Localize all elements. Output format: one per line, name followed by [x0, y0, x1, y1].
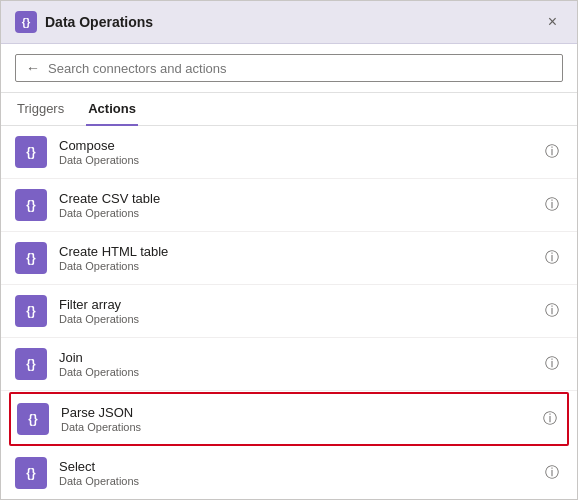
action-text-select: Select Data Operations	[59, 459, 541, 487]
info-icon-compose[interactable]: ⓘ	[541, 141, 563, 163]
action-text-create-csv: Create CSV table Data Operations	[59, 191, 541, 219]
action-text-filter-array: Filter array Data Operations	[59, 297, 541, 325]
action-name-parse-json: Parse JSON	[61, 405, 539, 420]
action-sub-create-csv: Data Operations	[59, 207, 541, 219]
dialog-header: {} Data Operations ×	[1, 1, 577, 44]
action-text-compose: Compose Data Operations	[59, 138, 541, 166]
info-icon-create-html[interactable]: ⓘ	[541, 247, 563, 269]
action-sub-select: Data Operations	[59, 475, 541, 487]
action-item-create-html[interactable]: {} Create HTML table Data Operations ⓘ	[1, 232, 577, 285]
action-name-create-html: Create HTML table	[59, 244, 541, 259]
search-bar: ←	[1, 44, 577, 93]
action-icon-compose: {}	[15, 136, 47, 168]
close-button[interactable]: ×	[542, 12, 563, 32]
dialog-title: Data Operations	[45, 14, 153, 30]
action-sub-parse-json: Data Operations	[61, 421, 539, 433]
tab-triggers[interactable]: Triggers	[15, 93, 66, 126]
action-icon-filter-array: {}	[15, 295, 47, 327]
tab-actions[interactable]: Actions	[86, 93, 138, 126]
action-item-compose[interactable]: {} Compose Data Operations ⓘ	[1, 126, 577, 179]
search-input[interactable]	[48, 61, 552, 76]
action-item-join[interactable]: {} Join Data Operations ⓘ	[1, 338, 577, 391]
header-icon: {}	[15, 11, 37, 33]
info-icon-filter-array[interactable]: ⓘ	[541, 300, 563, 322]
info-icon-parse-json[interactable]: ⓘ	[539, 408, 561, 430]
actions-list: {} Compose Data Operations ⓘ {} Create C…	[1, 126, 577, 499]
action-item-parse-json[interactable]: {} Parse JSON Data Operations ⓘ	[9, 392, 569, 446]
action-icon-join: {}	[15, 348, 47, 380]
action-item-select[interactable]: {} Select Data Operations ⓘ	[1, 447, 577, 499]
back-arrow-icon[interactable]: ←	[26, 60, 40, 76]
action-text-create-html: Create HTML table Data Operations	[59, 244, 541, 272]
action-name-select: Select	[59, 459, 541, 474]
action-name-compose: Compose	[59, 138, 541, 153]
action-text-parse-json: Parse JSON Data Operations	[61, 405, 539, 433]
action-icon-select: {}	[15, 457, 47, 489]
action-name-create-csv: Create CSV table	[59, 191, 541, 206]
info-icon-select[interactable]: ⓘ	[541, 462, 563, 484]
action-icon-create-csv: {}	[15, 189, 47, 221]
info-icon-join[interactable]: ⓘ	[541, 353, 563, 375]
action-text-join: Join Data Operations	[59, 350, 541, 378]
action-item-filter-array[interactable]: {} Filter array Data Operations ⓘ	[1, 285, 577, 338]
info-icon-create-csv[interactable]: ⓘ	[541, 194, 563, 216]
action-sub-filter-array: Data Operations	[59, 313, 541, 325]
action-item-create-csv[interactable]: {} Create CSV table Data Operations ⓘ	[1, 179, 577, 232]
action-sub-join: Data Operations	[59, 366, 541, 378]
action-name-filter-array: Filter array	[59, 297, 541, 312]
action-icon-create-html: {}	[15, 242, 47, 274]
search-input-wrap: ←	[15, 54, 563, 82]
action-sub-compose: Data Operations	[59, 154, 541, 166]
tabs: Triggers Actions	[1, 93, 577, 126]
dialog: {} Data Operations × ← Triggers Actions …	[0, 0, 578, 500]
action-name-join: Join	[59, 350, 541, 365]
action-icon-parse-json: {}	[17, 403, 49, 435]
action-sub-create-html: Data Operations	[59, 260, 541, 272]
dialog-header-left: {} Data Operations	[15, 11, 153, 33]
